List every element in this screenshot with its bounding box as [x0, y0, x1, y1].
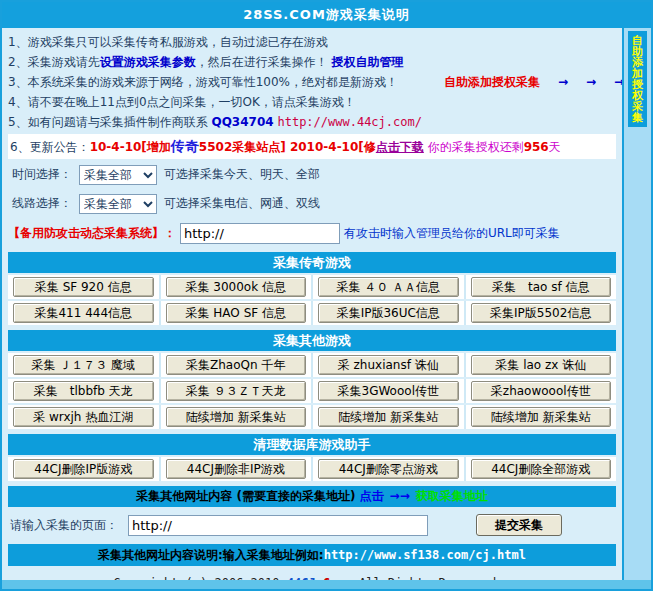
delete-all-games-button[interactable]: 44CJ删除全部游戏 — [471, 459, 612, 479]
backup-system-hint: 有攻击时输入管理员给你的URL即可采集 — [344, 225, 560, 242]
section-title-db-cleaner: 清理数据库游戏助手 — [8, 434, 616, 455]
capture-other-url-text: 采集其他网址内容 (需要直接的采集地址) — [136, 489, 359, 503]
vendor-url-link[interactable]: http://www.44cj.com/ — [277, 115, 422, 129]
notice-5-pre: 如有问题请与采集插件制作商联系 — [28, 115, 212, 129]
notice-6-announcement: 6、更新公告：10-4-10[增加传奇5502采集站点] 2010-4-10[修… — [8, 134, 616, 159]
cell: 采集 tlbbfb 天龙 — [8, 379, 161, 403]
brand-44cj-link[interactable]: 44CJ. — [287, 576, 323, 580]
collect-zhaowoool-button[interactable]: 采zhaowoool传世 — [471, 381, 612, 401]
cell: 44CJ删除非IP游戏 — [161, 457, 314, 481]
delete-zero-games-button[interactable]: 44CJ删除零点游戏 — [318, 459, 459, 479]
auth-days-unit: 天 — [549, 140, 561, 154]
cell: 陆续增加 新采集站 — [313, 405, 466, 429]
notice-3-text: 本系统采集的游戏来源于网络，游戏可靠性100%，绝对都是新游戏！ — [28, 75, 398, 89]
collect-ip-5502-button[interactable]: 采集IP版5502信息 — [471, 303, 612, 323]
time-select[interactable]: 采集全部 — [79, 165, 157, 185]
cell: 采集ZhaoQn 千年 — [161, 353, 314, 377]
notice-2-num: 2、 — [8, 55, 28, 69]
legend-games-row-1: 采集 SF 920 信息 采集 3000ok 信息 采集 ４０ ＡＡ信息 采集 … — [8, 275, 616, 299]
cell: 采集411 444信息 — [8, 301, 161, 325]
cell: 采 wrxjh 热血江湖 — [8, 405, 161, 429]
other-games-row-3: 采 wrxjh 热血江湖 陆续增加 新采集站 陆续增加 新采集站 陆续增加 新采… — [8, 405, 616, 429]
set-params-link[interactable]: 设置游戏采集参数 — [100, 55, 196, 69]
line-select[interactable]: 采集全部 — [79, 194, 157, 214]
notice-2-mid: ，然后在进行采集操作！ — [196, 55, 332, 69]
section-title-other-games: 采集其他游戏 — [8, 330, 616, 351]
announcement-site: 5502采集站点] — [199, 140, 290, 154]
collect-93zt-button[interactable]: 采集 ９３ＺＴ天龙 — [166, 381, 307, 401]
collect-3000ok-button[interactable]: 采集 3000ok 信息 — [166, 277, 307, 297]
submit-row: 请输入采集的页面： 提交采集 — [8, 510, 616, 540]
db-cleaner-row: 44CJ删除IP版游戏 44CJ删除非IP游戏 44CJ删除零点游戏 44CJ删… — [8, 457, 616, 481]
placeholder-new-site-button[interactable]: 陆续增加 新采集站 — [166, 407, 307, 427]
collect-wrxjh-button[interactable]: 采 wrxjh 热血江湖 — [13, 407, 154, 427]
time-select-hint: 可选择采集今天、明天、全部 — [164, 166, 320, 183]
notice-3-num: 3、 — [8, 75, 28, 89]
self-add-auth-link[interactable]: 自助添加授权采集 — [444, 75, 540, 89]
collect-taosf-button[interactable]: 采集 tao sf 信息 — [471, 277, 612, 297]
cell: 采集 HAO SF 信息 — [161, 301, 314, 325]
cell: 采zhaowoool传世 — [466, 379, 617, 403]
main-content: 1、游戏采集只可以采集传奇私服游戏，自动过滤已存在游戏 2、采集游戏请先设置游戏… — [2, 28, 624, 580]
backup-system-label: 【备用防攻击动态采集系统】： — [8, 225, 176, 242]
delete-ip-games-button[interactable]: 44CJ删除IP版游戏 — [13, 459, 154, 479]
capture-other-url-bar: 采集其他网址内容 (需要直接的采集地址) 点击→→获取采集地址 — [8, 486, 616, 507]
notice-1: 1、游戏采集只可以采集传奇私服游戏，自动过滤已存在游戏 — [8, 32, 616, 52]
sidebar-self-add-auth-link[interactable]: 自助添加授权采集 — [628, 31, 647, 127]
notice-4-text: 请不要在晚上11点到0点之间采集，一切OK，请点采集游戏！ — [28, 95, 356, 109]
click-link[interactable]: 点击 — [360, 489, 384, 503]
notice-1-text: 游戏采集只可以采集传奇私服游戏，自动过滤已存在游戏 — [28, 35, 328, 49]
collect-sf920-button[interactable]: 采集 SF 920 信息 — [13, 277, 154, 297]
cell: 采集IP版5502信息 — [466, 301, 617, 325]
copyright-pre: Copyright (c) 2006-2010 — [113, 576, 286, 580]
notice-2: 2、采集游戏请先设置游戏采集参数，然后在进行采集操作！ 授权自助管理 — [8, 52, 616, 72]
delete-nonip-games-button[interactable]: 44CJ删除非IP游戏 — [166, 459, 307, 479]
collect-411-444-button[interactable]: 采集411 444信息 — [13, 303, 154, 323]
collect-zhaoqn-button[interactable]: 采集ZhaoQn 千年 — [166, 355, 307, 375]
copyright-line: Copyright (c) 2006-2010 44CJ.Com. All Ri… — [8, 576, 616, 580]
cell: 采集 ９３ＺＴ天龙 — [161, 379, 314, 403]
backup-system-row: 【备用防攻击动态采集系统】： 有攻击时输入管理员给你的URL即可采集 — [8, 219, 616, 247]
get-capture-address-link[interactable]: 获取采集地址 — [416, 489, 488, 503]
auth-self-manage-link[interactable]: 授权自助管理 — [331, 55, 403, 69]
notice-5-num: 5、 — [8, 115, 28, 129]
arrow-right-icon: → — [558, 75, 568, 89]
placeholder-new-site-button[interactable]: 陆续增加 新采集站 — [471, 407, 612, 427]
cell: 采 zhuxiansf 诛仙 — [313, 353, 466, 377]
example-text: 采集其他网址内容说明:输入采集地址例如: — [98, 548, 324, 562]
collect-laozx-button[interactable]: 采集 lao zx 诛仙 — [471, 355, 612, 375]
legend-games-row-2: 采集411 444信息 采集 HAO SF 信息 采集IP版36UC信息 采集I… — [8, 301, 616, 325]
right-sidebar: 自助添加授权采集 — [624, 28, 651, 580]
notice-2-pre: 采集游戏请先 — [28, 55, 100, 69]
arrow-right-icon: →→ — [390, 489, 410, 503]
notice-1-num: 1、 — [8, 35, 28, 49]
bottom-strip — [2, 580, 651, 589]
body: 1、游戏采集只可以采集传奇私服游戏，自动过滤已存在游戏 2、采集游戏请先设置游戏… — [2, 28, 651, 580]
backup-url-input[interactable] — [180, 223, 340, 244]
collect-3gwoool-button[interactable]: 采集3GWoool传世 — [318, 381, 459, 401]
placeholder-new-site-button[interactable]: 陆续增加 新采集站 — [318, 407, 459, 427]
cell: 采集IP版36UC信息 — [313, 301, 466, 325]
page-url-input[interactable] — [128, 515, 428, 536]
collect-tlbbfb-button[interactable]: 采集 tlbbfb 天龙 — [13, 381, 154, 401]
cell: 采集 ４０ ＡＡ信息 — [313, 275, 466, 299]
notice-4: 4、请不要在晚上11点到0点之间采集，一切OK，请点采集游戏！ — [8, 92, 616, 112]
submit-capture-button[interactable]: 提交采集 — [476, 514, 562, 536]
collect-ip-36uc-button[interactable]: 采集IP版36UC信息 — [318, 303, 459, 323]
collect-j173-button[interactable]: 采集 Ｊ１７３ 魔域 — [13, 355, 154, 375]
collect-zhuxiansf-button[interactable]: 采 zhuxiansf 诛仙 — [318, 355, 459, 375]
collect-haosf-button[interactable]: 采集 HAO SF 信息 — [166, 303, 307, 323]
page-title: 28SS.COM游戏采集说明 — [2, 2, 651, 28]
copyright-post: . All Rights Reserved . — [345, 576, 511, 580]
arrow-right-icon: → — [586, 75, 596, 89]
page: 28SS.COM游戏采集说明 1、游戏采集只可以采集传奇私服游戏，自动过滤已存在… — [0, 0, 653, 591]
download-link[interactable]: 点击下载 — [376, 140, 424, 154]
announcement-date-2: 2010-4-10[修 — [290, 140, 376, 154]
announcement-legend: 传奇 — [171, 138, 199, 154]
announcement-label: 更新公告： — [30, 140, 90, 154]
collect-40aa-button[interactable]: 采集 ４０ ＡＡ信息 — [318, 277, 459, 297]
other-games-row-1: 采集 Ｊ１７３ 魔域 采集ZhaoQn 千年 采 zhuxiansf 诛仙 采集… — [8, 353, 616, 377]
arrow-right-icon: → — [614, 75, 624, 89]
cell: 44CJ删除全部游戏 — [466, 457, 617, 481]
time-select-label: 时间选择： — [12, 166, 72, 183]
